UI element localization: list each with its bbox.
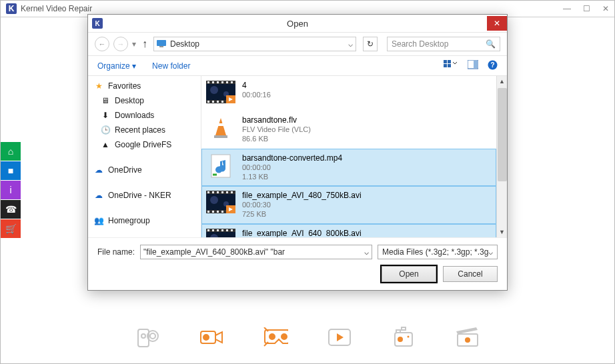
svg-rect-49 [217,123,225,126]
nav-item[interactable]: 🕒Recent places [88,123,201,137]
svg-rect-50 [214,135,227,138]
minimize-button[interactable]: — [563,4,571,13]
scroll-up-button[interactable]: ▲ [497,76,507,87]
chevron-down-icon[interactable]: ⌵ [364,247,369,257]
file-row[interactable]: 400:00:16 [201,76,496,111]
svg-rect-81 [231,229,233,231]
svg-rect-36 [217,81,219,83]
recent-icon: 🕒 [100,125,111,135]
home-icon[interactable]: ⌂ [1,142,21,161]
file-name: barsandtone-converted.mp4 [242,153,342,163]
svg-rect-42 [217,101,219,103]
nav-header-favorites[interactable]: ★Favorites [88,79,201,93]
scroll-down-button[interactable]: ▼ [497,227,507,237]
svg-rect-77 [212,229,214,231]
new-folder-button[interactable]: New folder [152,61,190,71]
scroll-thumb[interactable] [498,88,507,181]
file-row[interactable]: barsandtone.flvFLV Video File (VLC)86.6 … [201,111,496,149]
phone-icon[interactable]: ☎ [1,200,21,219]
file-meta-1: 00:00:30 [242,200,362,209]
svg-rect-34 [207,81,209,83]
play-icon [327,325,352,350]
organize-menu[interactable]: Organize ▾ [97,61,136,71]
close-button[interactable]: ✕ [602,4,609,13]
file-thumbnail [206,115,235,141]
search-placeholder: Search Desktop [392,39,448,49]
svg-point-6 [281,334,287,339]
file-type-select[interactable]: Media Files (*.3g2; *.3gp; *.3gp2 ⌵ [378,245,498,259]
decor-icons-row [1,325,614,350]
chevron-down-icon[interactable]: ⌵ [348,39,353,49]
svg-rect-20 [159,46,163,47]
preview-pane-button[interactable] [468,60,478,71]
side-tabs: ⌂■i☎🛒 [1,142,21,239]
file-list[interactable]: 400:00:16barsandtone.flvFLV Video File (… [201,76,507,237]
cancel-button[interactable]: Cancel [443,266,498,282]
file-row[interactable]: barsandtone-converted.mp400:00:001.13 KB [201,149,496,187]
svg-marker-48 [215,118,226,135]
history-dropdown[interactable]: ▾ [132,39,136,49]
file-type-value: Media Files (*.3g2; *.3gp; *.3gp2 [382,247,488,257]
forward-button[interactable]: → [113,37,128,51]
file-thumbnail [206,191,235,216]
svg-rect-24 [448,64,451,67]
back-button[interactable]: ← [95,37,109,51]
file-name-input[interactable]: "file_example_AVI_640_800kB.avi" "bar ⌵ [140,245,372,259]
app-logo: K [6,3,17,14]
scrollbar[interactable]: ▲ ▼ [496,76,507,237]
nav-item-label: Downloads [115,111,154,120]
open-button[interactable]: Open [382,266,436,282]
svg-rect-26 [474,61,478,68]
info-icon[interactable]: i [1,181,21,199]
svg-point-14 [398,337,403,342]
file-thumbnail [206,153,235,179]
cart-icon[interactable]: 🛒 [1,219,21,238]
refresh-button[interactable]: ↻ [363,37,378,51]
selfie-icon [135,325,160,350]
svg-text:?: ? [490,61,494,69]
onedrive-icon: ☁ [93,190,104,201]
nav-item[interactable]: 🖥Desktop [88,93,201,108]
dialog-close-button[interactable]: ✕ [487,16,507,31]
svg-rect-57 [207,191,209,193]
file-meta-2: 86.6 KB [242,134,311,143]
file-row[interactable]: file_example_AVI_480_750kB.avi00:00:3072… [201,186,496,224]
file-name: 4 [242,81,271,90]
camcorder-icon [199,325,224,350]
svg-point-16 [408,336,410,338]
action-cam-icon [391,325,416,350]
video-icon[interactable]: ■ [1,161,21,180]
nav-item[interactable]: ⬇Downloads [88,108,201,123]
file-name-label: File name: [97,247,135,257]
clapper-icon [455,325,480,350]
file-row[interactable]: file_example_AVI_640_800kB.avi00:00:3080… [201,224,496,237]
svg-rect-66 [221,211,223,213]
svg-rect-23 [444,64,447,67]
nav-header-onedrive - nker[interactable]: ☁OneDrive - NKER [88,188,201,203]
desktop-icon [157,40,166,48]
svg-rect-40 [207,101,209,103]
svg-rect-63 [207,211,209,213]
svg-rect-19 [157,40,166,46]
svg-rect-79 [221,229,223,231]
file-name-value: "file_example_AVI_640_800kB.avi" "bar [143,247,285,257]
nav-item-label: Desktop [115,96,144,105]
up-button[interactable]: ↑ [140,38,149,50]
chevron-down-icon[interactable]: ⌵ [488,247,493,257]
svg-rect-65 [217,211,219,213]
nav-header-homegroup[interactable]: 👥Homegroup [88,213,201,228]
location-text: Desktop [170,39,199,49]
svg-rect-22 [448,60,451,63]
svg-rect-58 [212,191,214,193]
search-input[interactable]: Search Desktop 🔍 [387,37,500,51]
navigation-pane[interactable]: ★Favorites🖥Desktop⬇Downloads🕒Recent plac… [88,76,201,237]
maximize-button[interactable]: ☐ [583,4,590,13]
file-name: file_example_AVI_480_750kB.avi [242,191,362,200]
nav-header-onedrive[interactable]: ☁OneDrive [88,163,201,177]
nav-item-label: OneDrive - NKER [108,191,171,200]
help-button[interactable]: ? [488,60,498,72]
location-bar[interactable]: Desktop ⌵ [153,37,356,51]
view-options-button[interactable] [444,60,458,71]
app-title: Kernel Video Repair [21,4,92,13]
nav-item[interactable]: ▲Google DriveFS [88,137,201,152]
